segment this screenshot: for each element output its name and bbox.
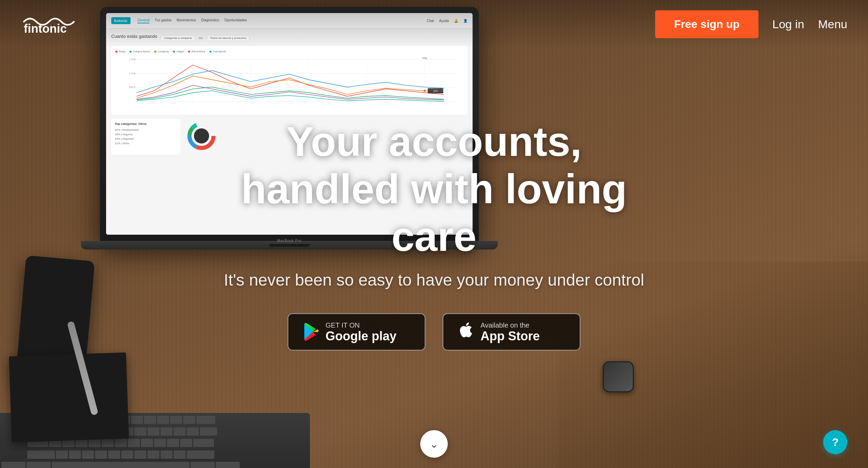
cat-otros: 11% | Otros bbox=[115, 141, 177, 146]
hero-content: Your accounts, handled with loving care … bbox=[193, 118, 675, 351]
cat-title: Top categorías: Otros bbox=[115, 122, 177, 126]
spending-chart: Ropa Cargos banco Compras Hogar Electrón… bbox=[111, 46, 467, 115]
cat-deportes: 15% | Deportes bbox=[115, 137, 177, 141]
app-store-button[interactable]: Available on the App Store bbox=[443, 313, 580, 351]
svg-text:500 €: 500 € bbox=[129, 86, 136, 89]
signup-button[interactable]: Free sign up bbox=[655, 10, 758, 38]
login-link[interactable]: Log in bbox=[772, 18, 804, 31]
watch bbox=[603, 361, 634, 392]
legend-ropa: Ropa bbox=[115, 50, 125, 53]
google-play-button[interactable]: GET IT ON Google play bbox=[288, 313, 425, 351]
menu-link[interactable]: Menu bbox=[818, 18, 847, 31]
svg-point-13 bbox=[423, 90, 426, 92]
cat-seguros: 18% | Seguros bbox=[115, 132, 177, 137]
apple-icon bbox=[457, 321, 475, 343]
legend-hogar: Hogar bbox=[173, 50, 184, 53]
svg-text:Hoy: Hoy bbox=[422, 56, 427, 60]
help-button[interactable]: ? bbox=[823, 430, 847, 454]
categories-list: Top categorías: Otros 32% | Restaurantes… bbox=[111, 119, 180, 155]
app-store-text: Available on the App Store bbox=[480, 322, 540, 342]
cat-restaurantes: 32% | Restaurantes bbox=[115, 128, 177, 132]
svg-text:1.000: 1.000 bbox=[129, 72, 136, 75]
headline-line1: Your accounts, bbox=[286, 118, 582, 164]
hero-headline: Your accounts, handled with loving care bbox=[193, 118, 675, 260]
brand-logo: fintonic bbox=[21, 12, 90, 36]
svg-text:18%: 18% bbox=[433, 90, 438, 92]
google-play-text: GET IT ON Google play bbox=[326, 322, 396, 342]
svg-text:fintonic: fintonic bbox=[24, 22, 67, 35]
legend-transporte: Transporte bbox=[209, 50, 226, 53]
legend-electronica: Electrónica bbox=[188, 50, 205, 53]
nav-right: Free sign up Log in Menu bbox=[655, 10, 847, 38]
google-play-main: Google play bbox=[326, 330, 396, 342]
hero-subheadline: It's never been so easy to have your mon… bbox=[193, 270, 675, 289]
chevron-down-icon: ⌄ bbox=[430, 437, 439, 450]
app-store-sub: Available on the bbox=[480, 322, 540, 329]
help-icon: ? bbox=[832, 436, 839, 449]
app-store-main: App Store bbox=[480, 330, 540, 342]
google-play-sub: GET IT ON bbox=[326, 322, 396, 329]
chart-svg: 1.500 1.000 500 € bbox=[115, 56, 463, 107]
legend-cargos: Cargos banco bbox=[130, 50, 150, 53]
store-buttons: GET IT ON Google play Available on the A… bbox=[193, 313, 675, 351]
notebook bbox=[9, 352, 129, 443]
navbar: fintonic Free sign up Log in Menu bbox=[0, 0, 868, 48]
svg-text:1.500: 1.500 bbox=[129, 58, 136, 61]
google-play-icon bbox=[302, 323, 320, 341]
legend-compras: Compras bbox=[154, 50, 169, 53]
headline-line2: handled with loving care bbox=[241, 166, 627, 259]
chart-legend: Ropa Cargos banco Compras Hogar Electrón… bbox=[115, 50, 463, 53]
logo-svg: fintonic bbox=[21, 12, 90, 36]
scroll-down-button[interactable]: ⌄ bbox=[420, 430, 448, 458]
